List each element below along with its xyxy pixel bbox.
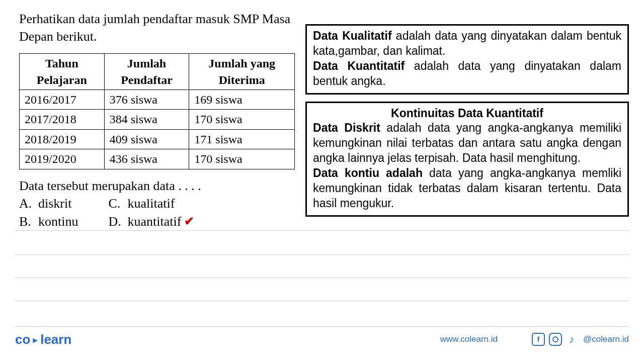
table-row: 2016/2017376 siswa169 siswa xyxy=(20,89,295,109)
footer-handle: @colearn.id xyxy=(583,334,629,344)
logo: co►learn xyxy=(15,332,71,347)
footer-url: www.colearn.id xyxy=(440,334,498,344)
table-row: 2019/2020436 siswa170 siswa xyxy=(20,149,295,169)
rule-line xyxy=(15,254,629,255)
option-b: B.kontinu xyxy=(19,213,78,231)
th-pendaftar: JumlahPendaftar xyxy=(104,54,189,90)
rule-line xyxy=(15,301,629,301)
check-icon: ✔ xyxy=(184,213,194,230)
definition-box-2: Kontinuitas Data Kuantitatif Data Diskri… xyxy=(305,102,629,217)
data-table: TahunPelajaran JumlahPendaftar Jumlah ya… xyxy=(19,53,295,169)
footer: co►learn www.colearn.id f ♪ @colearn.id xyxy=(15,326,629,352)
table-row: 2017/2018384 siswa170 siswa xyxy=(20,110,295,129)
question-text: Data tersebut merupakan data . . . . xyxy=(19,178,295,194)
instagram-icon xyxy=(549,333,562,346)
facebook-icon: f xyxy=(532,333,545,346)
option-c: C.kualitatif xyxy=(108,195,194,213)
tiktok-icon: ♪ xyxy=(566,334,577,345)
th-diterima: Jumlah yangDiterima xyxy=(189,54,295,90)
option-d: D.kuantitatif ✔ xyxy=(108,213,194,231)
option-a: A.diskrit xyxy=(19,195,78,213)
definition-box-1: Data Kualitatif adalah data yang dinyata… xyxy=(305,24,629,95)
intro-text: Perhatikan data jumlah pendaftar masuk S… xyxy=(19,10,295,45)
rule-line xyxy=(15,278,629,278)
table-row: 2018/2019409 siswa171 siswa xyxy=(20,129,295,149)
th-tahun: TahunPelajaran xyxy=(20,54,105,90)
options: A.diskrit B.kontinu C.kualitatif D.kuant… xyxy=(19,195,295,231)
rule-line xyxy=(15,230,629,231)
